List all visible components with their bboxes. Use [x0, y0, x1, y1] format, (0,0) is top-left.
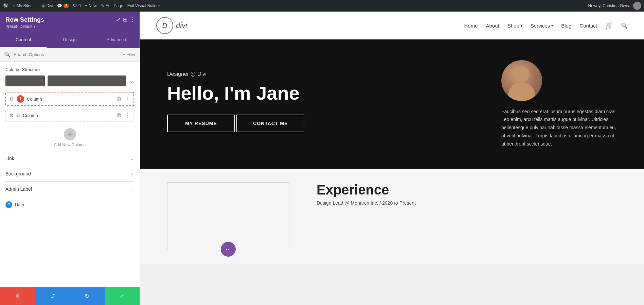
column-2-more-icon[interactable]: ⋮	[125, 112, 130, 119]
sidebar-body: Column Structure ⌄ ⚙ 1 Column 🗑 ⋮ ⚙ ⧉	[0, 62, 140, 287]
link-label: Link	[5, 156, 14, 161]
column-1-settings-icon[interactable]: ⚙	[10, 96, 14, 102]
column-1-row: ⚙ 1 Column 🗑 ⋮	[5, 92, 134, 106]
nav-home[interactable]: Home	[464, 23, 478, 29]
col-structure-arrow[interactable]: ⌄	[129, 77, 134, 85]
experience-sub: Design Lead @ Monarch Inc. / 2020 to Pre…	[317, 200, 617, 206]
help-icon: ?	[5, 201, 12, 208]
background-accordion-header[interactable]: Background ⌄	[5, 171, 134, 176]
exit-builder-btn[interactable]: Exit Visual Builder	[127, 3, 160, 8]
bottom-bar: ✕ ↺ ↻ ✓	[0, 287, 140, 305]
resume-btn[interactable]: MY RESUME	[167, 115, 235, 132]
new-menu[interactable]: + New	[85, 3, 97, 8]
lower-right-panel: Experience Design Lead @ Monarch Inc. / …	[317, 182, 617, 206]
save-btn[interactable]: ✓	[105, 287, 140, 305]
column-2-settings-icon[interactable]: ⚙	[10, 113, 14, 118]
wp-icon[interactable]: W	[3, 2, 9, 10]
column-1-more-icon[interactable]: ⋮	[125, 96, 130, 102]
background-section: Background ⌄	[5, 166, 134, 181]
column-2-actions: 🗑 ⋮	[117, 112, 130, 119]
sidebar-header-icons: ⤢ ⊞ ⋮	[116, 16, 136, 23]
nav-services[interactable]: Services ▾	[531, 23, 553, 29]
my-sites-menu[interactable]: ⌂ My Sites	[13, 3, 32, 8]
column-structure-label: Column Structure	[5, 67, 134, 72]
contact-btn[interactable]: CONTACT ME	[236, 115, 304, 132]
hero-buttons: MY RESUME CONTACT ME	[167, 115, 481, 137]
hero-left: Designer @ Divi Hello, I'm Jane MY RESUM…	[167, 71, 481, 137]
site-menu[interactable]: ◉ Divi	[41, 3, 53, 8]
comments-menu[interactable]: 💬 5	[57, 3, 69, 8]
site-logo: D divi	[156, 17, 187, 34]
column-2-row: ⚙ ⧉ Column 🗑 ⋮	[5, 109, 134, 122]
column-1-badge: 1	[17, 95, 24, 103]
background-chevron-icon: ⌄	[130, 171, 134, 176]
main-layout: Row Settings Preset: Default ▾ ⤢ ⊞ ⋮ Con…	[0, 12, 644, 305]
admin-bar: W ⌂ My Sites | ◉ Divi 💬 5 🗨 0 + New ✎ Ed…	[0, 0, 644, 12]
sidebar-tabs: Content Design Advanced	[0, 32, 140, 48]
comments-icon: 💬	[57, 3, 62, 8]
hero-subtitle: Designer @ Divi	[167, 71, 481, 77]
column-2-copy-icon[interactable]: ⧉	[17, 113, 20, 118]
redo-btn[interactable]: ↻	[70, 287, 105, 305]
undo-btn[interactable]: ↺	[35, 287, 70, 305]
sidebar-title: Row Settings	[5, 16, 134, 23]
cancel-btn[interactable]: ✕	[0, 287, 35, 305]
tab-design[interactable]: Design	[47, 32, 93, 48]
add-column-btn[interactable]: + Add New Column	[5, 125, 134, 151]
svg-text:W: W	[4, 3, 8, 7]
nav-blog[interactable]: Blog	[561, 23, 571, 29]
experience-title: Experience	[317, 182, 617, 198]
nav-about[interactable]: About	[486, 23, 499, 29]
two-col-preset[interactable]	[5, 75, 45, 86]
admin-label-label: Admin Label	[5, 186, 32, 192]
admin-bar-right: Howdy, Christina Gwira	[588, 2, 641, 10]
hero-title: Hello, I'm Jane	[167, 83, 481, 104]
sidebar-header: Row Settings Preset: Default ▾ ⤢ ⊞ ⋮	[0, 12, 140, 32]
sidebar-header-wrap: Row Settings Preset: Default ▾ ⤢ ⊞ ⋮	[0, 12, 140, 32]
nav-contact[interactable]: Contact	[579, 23, 597, 29]
logo-circle: D	[156, 17, 173, 34]
column-1-delete-icon[interactable]: 🗑	[117, 96, 122, 102]
divi-icon: ◉	[41, 3, 45, 8]
site-nav: D divi Home About Shop ▾ Services ▾ Blog…	[140, 12, 644, 39]
search-icon: 🔍	[4, 51, 11, 58]
column-2-delete-icon[interactable]: 🗑	[117, 112, 122, 119]
logo-text: divi	[176, 21, 187, 30]
expand-icon[interactable]: ⤢	[116, 16, 120, 23]
sidebar-preset[interactable]: Preset: Default ▾	[5, 24, 134, 29]
two-col-wide-preset[interactable]	[48, 75, 126, 86]
link-accordion-header[interactable]: Link ⌄	[5, 156, 134, 161]
column-structure-selector: ⌄	[5, 75, 134, 86]
sidebar: Row Settings Preset: Default ▾ ⤢ ⊞ ⋮ Con…	[0, 12, 140, 305]
tab-advanced[interactable]: Advanced	[93, 32, 140, 48]
admin-label-section: Admin Label ⌄	[5, 181, 134, 197]
avatar-image	[501, 60, 542, 101]
sidebar-search: 🔍 + Filter	[0, 48, 140, 62]
lower-left-panel: ···	[167, 182, 289, 250]
more-icon[interactable]: ⋮	[130, 16, 136, 23]
link-chevron-icon: ⌄	[130, 156, 134, 161]
edit-page-btn[interactable]: ✎ Edit Page	[101, 3, 123, 8]
column-2-label: Column	[23, 113, 114, 118]
user-menu[interactable]: Howdy, Christina Gwira	[588, 3, 630, 8]
help-label: Help	[15, 202, 24, 207]
purple-dot-menu[interactable]: ···	[221, 242, 236, 257]
add-column-label: Add New Column	[54, 142, 86, 147]
search-icon[interactable]: 🔍	[621, 22, 628, 29]
logo-letter: D	[162, 22, 167, 30]
page-preview: D divi Home About Shop ▾ Services ▾ Blog…	[140, 12, 644, 305]
notes-menu[interactable]: 🗨 0	[73, 3, 81, 8]
admin-label-accordion-header[interactable]: Admin Label ⌄	[5, 186, 134, 192]
cart-icon[interactable]: 🛒	[605, 22, 613, 29]
columns-icon[interactable]: ⊞	[123, 16, 127, 23]
filter-btn[interactable]: + Filter	[123, 52, 136, 57]
background-label: Background	[5, 171, 31, 176]
admin-label-chevron-icon: ⌄	[130, 186, 134, 192]
help-btn[interactable]: ? Help	[5, 197, 134, 213]
lower-section: ··· Experience Design Lead @ Monarch Inc…	[140, 169, 644, 264]
my-sites-icon: ⌂	[13, 3, 15, 8]
column-1-label: Column	[27, 97, 114, 102]
search-input[interactable]	[14, 52, 120, 57]
tab-content[interactable]: Content	[0, 32, 47, 48]
nav-shop[interactable]: Shop ▾	[507, 23, 522, 29]
